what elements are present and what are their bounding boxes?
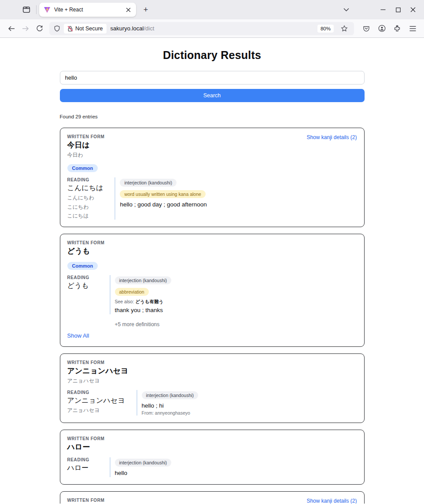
search-input[interactable] [60, 71, 365, 85]
shield-icon[interactable] [54, 25, 60, 32]
senses-block: interjection (kandoushi)abbreviationSee … [110, 275, 357, 314]
bookmark-star-icon[interactable] [337, 22, 351, 35]
sense-tag-row: abbreviation [115, 287, 357, 296]
sense-gloss: thank you ; thanks [115, 307, 357, 313]
insecure-lock-icon [67, 26, 73, 32]
written-form-block: WRITTEN FORMどうも [67, 240, 105, 256]
reading-alt: こんにちわ [67, 194, 103, 202]
reading-block: READINGハロー [67, 457, 110, 477]
written-form-text: アンニョンハセヨ [67, 366, 129, 376]
written-form-text: ハロー [67, 442, 105, 452]
reading-block: READINGこんにちはこんにちわこにちわこにちは [67, 177, 115, 220]
card-header: WRITTEN FORMどうも [67, 240, 357, 256]
reading-label: READING [67, 390, 125, 395]
written-form-alt: 今日わ [67, 151, 105, 159]
window-close-button[interactable] [406, 3, 420, 16]
written-form-label: WRITTEN FORM [67, 498, 105, 503]
sense-see-also: See also: どうも有難う [115, 299, 357, 305]
common-badge-row: Common [67, 261, 357, 270]
security-chip[interactable]: Not Secure [64, 24, 107, 33]
show-all-link[interactable]: Show All [67, 332, 89, 339]
senses-block: interjection (kandoushi)hello ; hiFrom: … [136, 390, 357, 416]
written-form-label: WRITTEN FORM [67, 360, 129, 365]
written-form-block: WRITTEN FORM你好 [67, 498, 105, 504]
sense-origin-note: From: annyeonghaseyo [142, 410, 357, 416]
part-of-speech-badge: interjection (kandoushi) [120, 179, 177, 187]
forward-button[interactable] [18, 22, 33, 35]
search-button[interactable]: Search [60, 89, 365, 102]
reading-section: READINGこんにちはこんにちわこにちわこにちはinterjection (k… [67, 177, 357, 220]
sense-pos-row: interjection (kandoushi) [115, 276, 357, 284]
page-content: Dictionary Results Search Found 29 entri… [0, 38, 424, 504]
part-of-speech-badge: interjection (kandoushi) [115, 276, 172, 284]
new-tab-button[interactable]: + [140, 4, 152, 16]
card-header: WRITTEN FORM今日は今日わShow kanji details (2) [67, 134, 357, 159]
reading-alt: こにちわ [67, 203, 103, 211]
written-form-label: WRITTEN FORM [67, 240, 105, 245]
dictionary-entry-card: WRITTEN FORMどうもCommonREADINGどうもinterject… [60, 234, 365, 346]
dictionary-entry-card: WRITTEN FORM你好Show kanji details (2)READ… [60, 491, 365, 504]
account-icon[interactable] [375, 22, 389, 35]
card-header: WRITTEN FORMアンニョンハセヨアニョハセヨ [67, 360, 357, 385]
window-minimize-button[interactable] [376, 3, 391, 16]
firefox-view-button[interactable] [20, 4, 33, 16]
tab-close-icon[interactable] [124, 5, 133, 14]
back-button[interactable] [4, 22, 18, 35]
reading-label: READING [67, 177, 103, 182]
entries-list: WRITTEN FORM今日は今日わShow kanji details (2)… [60, 128, 365, 504]
usage-tag-badge: abbreviation [115, 288, 149, 296]
kanji-details-link[interactable]: Show kanji details (2) [306, 498, 357, 504]
url-bar[interactable]: Not Secure sakuryo.local/dict 80% [49, 22, 354, 35]
window-maximize-button[interactable] [391, 3, 406, 16]
reading-label: READING [67, 457, 98, 462]
sense-gloss: hello [115, 470, 357, 476]
firefox-view-icon [22, 6, 30, 14]
browser-toolbar: Not Secure sakuryo.local/dict 80% [0, 19, 424, 38]
security-label: Not Secure [75, 26, 103, 32]
extensions-puzzle-icon[interactable] [390, 22, 404, 35]
menu-hamburger-icon[interactable] [406, 22, 420, 35]
written-form-label: WRITTEN FORM [67, 134, 105, 139]
sense-item: interjection (kandoushi)abbreviationSee … [115, 276, 357, 313]
card-header: WRITTEN FORM你好Show kanji details (2) [67, 498, 357, 504]
reading-label: READING [67, 275, 98, 280]
tab-divider [36, 5, 37, 14]
dictionary-entry-card: WRITTEN FORM今日は今日わShow kanji details (2)… [60, 128, 365, 227]
sense-tag-row: word usually written using kana alone [120, 190, 357, 198]
list-tabs-chevron-icon[interactable] [339, 4, 353, 16]
written-form-block: WRITTEN FORMハロー [67, 436, 105, 452]
vite-favicon [44, 6, 51, 13]
pocket-icon[interactable] [359, 22, 373, 35]
sense-item: interjection (kandoushi)hello [115, 458, 357, 476]
senses-block: interjection (kandoushi)word usually wri… [114, 177, 357, 220]
reading-alt: こにちは [67, 212, 103, 220]
reading-alt: アニョハセヨ [67, 407, 125, 414]
written-form-block: WRITTEN FORMアンニョンハセヨアニョハセヨ [67, 360, 129, 385]
reload-button[interactable] [33, 22, 47, 35]
dictionary-entry-card: WRITTEN FORMハローREADINGハローinterjection (k… [60, 430, 365, 485]
sense-pos-row: interjection (kandoushi) [142, 391, 357, 399]
reading-section: READINGアンニョンハセヨアニョハセヨinterjection (kando… [67, 390, 357, 416]
sense-gloss: hello ; good day ; good afternoon [120, 201, 357, 208]
zoom-level-badge[interactable]: 80% [317, 25, 334, 33]
sense-gloss: hello ; hi [142, 402, 357, 409]
common-badge-row: Common [67, 164, 357, 172]
written-form-alt: アニョハセヨ [67, 377, 129, 385]
url-text: sakuryo.local/dict [111, 25, 155, 32]
part-of-speech-badge: interjection (kandoushi) [142, 391, 199, 399]
senses-block: interjection (kandoushi)hello [110, 457, 357, 477]
sense-item: interjection (kandoushi)word usually wri… [120, 178, 357, 208]
common-badge: Common [67, 164, 98, 172]
written-form-text: 今日は [67, 140, 105, 150]
card-header: WRITTEN FORMハロー [67, 436, 357, 452]
common-badge: Common [67, 262, 98, 270]
reading-section: READINGどうもinterjection (kandoushi)abbrev… [67, 275, 357, 327]
written-form-block: WRITTEN FORM今日は今日わ [67, 134, 105, 159]
reading-block: READINGどうも [67, 275, 110, 314]
part-of-speech-badge: interjection (kandoushi) [115, 459, 172, 467]
sense-item: interjection (kandoushi)hello ; hiFrom: … [142, 391, 357, 416]
reading-block: READINGアンニョンハセヨアニョハセヨ [67, 390, 136, 416]
browser-tab-active[interactable]: Vite + React [39, 3, 136, 17]
kanji-details-link[interactable]: Show kanji details (2) [306, 134, 357, 140]
sense-pos-row: interjection (kandoushi) [115, 458, 357, 467]
